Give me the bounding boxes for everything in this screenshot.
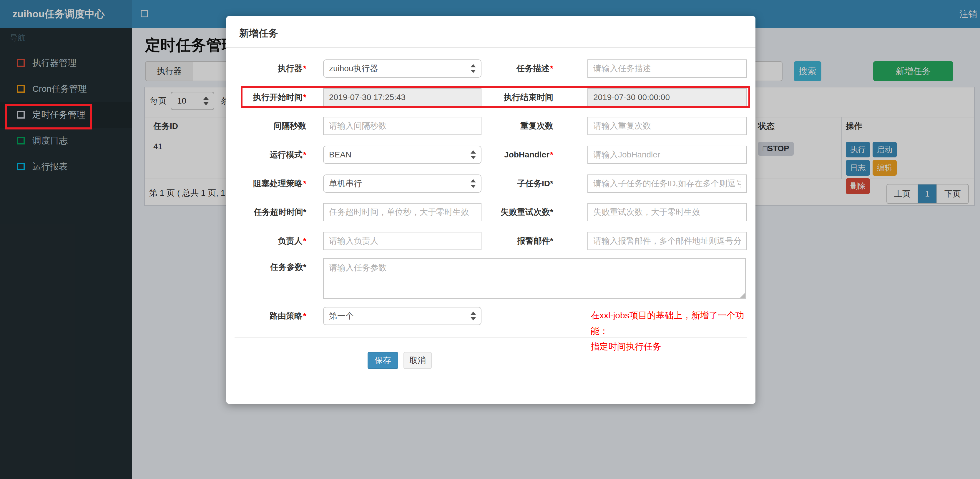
start-time-label: 执行开始时间* — [232, 88, 306, 107]
modal-footer-divider — [235, 337, 747, 338]
retry-count-input[interactable] — [587, 203, 747, 221]
required-asterisk: * — [303, 64, 306, 73]
feature-note: 在xxl-jobs项目的基础上，新增了一个功能： 指定时间执行任务 — [591, 307, 756, 354]
interval-seconds-label: 间隔秒数 — [232, 117, 306, 135]
job-params-field — [323, 258, 746, 299]
child-job-id-label: 子任务ID* — [456, 175, 553, 193]
end-time-input[interactable] — [587, 88, 747, 107]
select-arrows-icon — [470, 312, 476, 320]
owner-label: 负责人* — [232, 232, 306, 250]
executor-label: 执行器* — [232, 59, 306, 78]
child-job-id-input[interactable] — [587, 175, 747, 193]
required-asterisk: * — [550, 150, 553, 159]
required-asterisk: * — [303, 150, 306, 159]
end-time-label: 执行结束时间 — [456, 88, 553, 107]
retry-count-field — [587, 203, 747, 221]
add-task-modal: 新增任务 执行器*zuihou执行器执行开始时间*间隔秒数运行模式*BEAN阻塞… — [226, 16, 756, 404]
cancel-button[interactable]: 取消 — [404, 352, 432, 369]
required-asterisk: * — [303, 236, 306, 245]
save-button[interactable]: 保存 — [368, 352, 398, 369]
required-asterisk: * — [303, 93, 306, 102]
route-strategy-label: 路由策略* — [232, 307, 306, 325]
alarm-email-label: 报警邮件* — [456, 232, 553, 250]
job-params-label: 任务参数* — [232, 258, 306, 276]
child-job-id-field — [587, 175, 747, 193]
alarm-email-input[interactable] — [587, 232, 747, 250]
repeat-count-label: 重复次数 — [456, 117, 553, 135]
textarea-resize-icon[interactable] — [740, 293, 745, 298]
alarm-email-field — [587, 232, 747, 250]
required-asterisk: * — [303, 311, 306, 320]
feature-note-line2: 指定时间执行任务 — [591, 339, 756, 354]
run-mode-label: 运行模式* — [232, 146, 306, 164]
block-strategy-label: 阻塞处理策略* — [232, 175, 306, 193]
retry-count-label: 失败重试次数* — [456, 203, 553, 221]
modal-header-divider — [226, 48, 756, 48]
job-desc-field — [587, 59, 747, 78]
end-time-field — [587, 88, 747, 107]
job-desc-label: 任务描述* — [456, 59, 553, 78]
repeat-count-field — [587, 117, 747, 135]
route-strategy-select[interactable]: 第一个 — [323, 307, 482, 325]
modal-title: 新增任务 — [239, 27, 278, 40]
job-handler-input[interactable] — [587, 146, 747, 164]
required-asterisk: * — [550, 64, 553, 73]
route-strategy-field: 第一个 — [323, 307, 482, 325]
job-desc-input[interactable] — [587, 59, 747, 78]
repeat-count-input[interactable] — [587, 117, 747, 135]
job-handler-field — [587, 146, 747, 164]
job-handler-label: JobHandler* — [456, 146, 553, 164]
timeout-label: 任务超时时间* — [232, 203, 306, 221]
job-params-textarea[interactable] — [323, 258, 746, 299]
required-asterisk: * — [303, 179, 306, 188]
feature-note-line1: 在xxl-jobs项目的基础上，新增了一个功能： — [591, 307, 756, 339]
